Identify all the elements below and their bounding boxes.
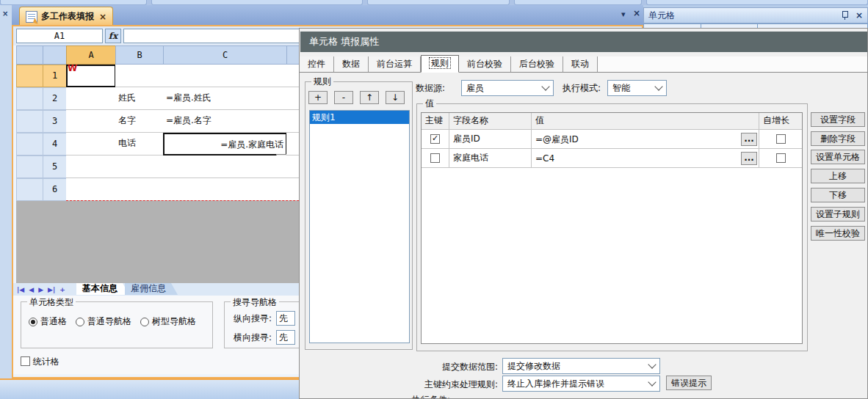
column-header-B[interactable]: B (115, 45, 164, 65)
cell-C5[interactable] (163, 155, 287, 178)
sheet-nav-button[interactable]: ▶| (48, 286, 55, 293)
add-rule-button[interactable]: + (308, 91, 328, 104)
add-sheet-button[interactable]: + (59, 286, 65, 293)
pk-checkbox-cell[interactable] (422, 149, 449, 167)
datasource-select[interactable]: 雇员 (461, 80, 554, 96)
dialog-tab-联动[interactable]: 联动 (563, 56, 598, 72)
move-up-button[interactable]: 上移 (811, 169, 865, 183)
move-down-button[interactable]: 下移 (811, 188, 865, 202)
ribbon-group-stub[interactable] (646, 0, 868, 5)
ribbon-group-stub[interactable] (0, 0, 147, 5)
value-cell[interactable]: =C4... (532, 149, 759, 167)
dialog-titlebar[interactable]: 单元格 填报属性 (300, 32, 867, 52)
rules-list[interactable]: 规则1 (309, 110, 410, 343)
checkbox-icon[interactable] (430, 153, 440, 163)
checkbox-icon[interactable] (776, 153, 786, 163)
cell-A2[interactable] (66, 87, 116, 110)
dialog-tab-规则[interactable]: 规则 (421, 55, 459, 73)
row-header-6[interactable]: 6 (43, 178, 67, 201)
close-icon[interactable]: × (633, 8, 640, 18)
row-header-1[interactable]: 1 (43, 65, 67, 87)
pin-icon[interactable] (841, 11, 848, 20)
dialog-tab-前台校验[interactable]: 前台校验 (459, 56, 511, 72)
cell-C4[interactable]: =雇员.家庭电话⋯ (163, 133, 287, 155)
pk-checkbox-cell[interactable]: ✓ (422, 130, 449, 148)
cell-A3[interactable] (66, 110, 116, 133)
left-collapsed-panel[interactable]: × (0, 5, 12, 378)
cell-B1[interactable] (115, 65, 164, 87)
move-rule-up-button[interactable]: ↑ (360, 91, 379, 104)
cell-A4[interactable] (66, 133, 116, 155)
document-tab[interactable]: 多工作表填报 × (19, 7, 113, 26)
row-gutter-cell[interactable] (16, 155, 43, 178)
dialog-tab-控件[interactable]: 控件 (300, 56, 334, 72)
cell-B3[interactable]: 名字 (115, 110, 164, 133)
column-header-num[interactable] (43, 45, 67, 65)
dialog-tab-数据[interactable]: 数据 (334, 56, 369, 72)
close-icon[interactable]: × (99, 12, 106, 22)
delete-field-button[interactable]: 删除字段 (811, 131, 865, 146)
dialog-tab-后台校验[interactable]: 后台校验 (511, 56, 563, 72)
cell-C3[interactable]: =雇员.名字 (163, 110, 287, 133)
cell-type-radio-普通导航格[interactable]: 普通导航格 (76, 315, 131, 328)
row-header-5[interactable]: 5 (43, 155, 67, 178)
cell-A1[interactable]: W (66, 65, 116, 87)
set-subrule-button[interactable]: 设置子规则 (811, 207, 865, 222)
sheet-tab-基本信息[interactable]: 基本信息 (76, 283, 129, 295)
column-header-A[interactable]: A (66, 45, 116, 65)
error-prompt-button[interactable]: 错误提示 (666, 376, 712, 390)
exec-mode-select[interactable]: 智能 (607, 80, 667, 96)
rule-list-item[interactable]: 规则1 (310, 111, 409, 124)
cell-C6[interactable] (163, 178, 287, 201)
sheet-nav-button[interactable]: |◀ (17, 286, 24, 293)
submit-range-select[interactable]: 提交修改数据 (502, 358, 660, 374)
checkbox-icon[interactable] (776, 134, 786, 144)
sheet-tab-雇佣信息[interactable]: 雇佣信息 (125, 283, 178, 295)
close-icon[interactable]: × (856, 10, 863, 21)
field-name-cell[interactable]: 家庭电话 (449, 149, 532, 167)
dialog-tab-前台运算[interactable]: 前台运算 (369, 56, 421, 72)
close-icon[interactable]: × (2, 10, 8, 18)
cell-A6[interactable] (66, 178, 116, 201)
cell-type-radio-普通格[interactable]: 普通格 (29, 315, 67, 328)
set-field-button[interactable]: 设置字段 (811, 112, 865, 127)
row-header-3[interactable]: 3 (43, 110, 67, 133)
cell-C2[interactable]: =雇员.姓氏 (163, 87, 287, 110)
value-cell[interactable]: =@雇员ID... (532, 130, 759, 148)
stat-cell-checkbox[interactable] (21, 356, 30, 366)
sheet-nav-button[interactable]: ▶ (38, 286, 43, 293)
field-name-cell[interactable]: 雇员ID (449, 130, 532, 148)
ribbon-group-stub[interactable] (151, 0, 363, 5)
cell-reference-box[interactable]: A1 (16, 29, 103, 43)
formula-editor-button[interactable]: ... (741, 133, 757, 146)
column-header-gutter[interactable] (16, 45, 43, 65)
row-gutter-cell[interactable] (16, 65, 43, 87)
auto-increment-cell[interactable] (759, 149, 802, 167)
ribbon-group-stub[interactable] (367, 0, 510, 5)
cell-C1[interactable] (163, 65, 287, 87)
cell-type-radio-树型导航格[interactable]: 树型导航格 (140, 315, 196, 328)
tab-list-dropdown-icon[interactable]: ▾ (621, 10, 626, 19)
cell-B5[interactable] (115, 155, 164, 178)
row-gutter-cell[interactable] (16, 87, 43, 110)
move-rule-down-button[interactable]: ↓ (386, 91, 405, 104)
column-header-C[interactable]: C (163, 45, 287, 65)
cell-A5[interactable] (66, 155, 116, 178)
pk-rule-select[interactable]: 终止入库操作并提示错误 (502, 376, 660, 392)
row-gutter-cell[interactable] (16, 133, 43, 155)
cell-B4[interactable]: 电话 (115, 133, 164, 155)
horizontal-search-field[interactable]: 先 (276, 330, 295, 345)
sheet-nav-button[interactable]: ◀ (29, 286, 34, 293)
row-header-2[interactable]: 2 (43, 87, 67, 110)
checkbox-icon[interactable]: ✓ (430, 134, 440, 144)
ribbon-group-stub[interactable] (514, 0, 642, 5)
row-gutter-cell[interactable] (16, 110, 43, 133)
remove-rule-button[interactable]: - (334, 91, 353, 104)
set-cell-button[interactable]: 设置单元格 (811, 150, 865, 164)
row-gutter-cell[interactable] (16, 178, 43, 201)
vertical-search-field[interactable]: 先 (276, 311, 295, 326)
cell-B6[interactable] (115, 178, 164, 201)
formula-editor-button[interactable]: ... (741, 152, 757, 165)
auto-increment-cell[interactable] (759, 130, 802, 148)
cell-B2[interactable]: 姓氏 (115, 87, 164, 110)
